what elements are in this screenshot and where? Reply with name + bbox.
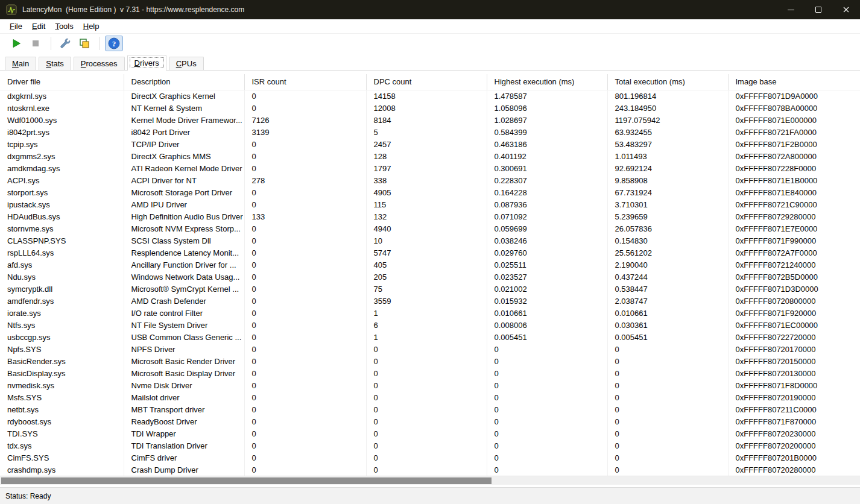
table-row[interactable]: i8042prt.sysi8042 Port Driver313950.5843… [0,126,860,138]
table-row[interactable]: BasicRender.sysMicrosoft Basic Render Dr… [0,355,860,367]
table-row[interactable]: BasicDisplay.sysMicrosoft Basic Display … [0,367,860,379]
cell: 0xFFFFF8071F2B0000 [728,138,860,150]
cell: 0xFFFFF80722720000 [728,331,860,343]
cell: 1197.075942 [607,114,728,126]
table-row[interactable]: storport.sysMicrosoft Storage Port Drive… [0,186,860,198]
cell: Nvme Disk Driver [124,379,244,391]
column-header-total-execution-ms-[interactable]: Total execution (ms) [607,74,728,90]
table-row[interactable]: iorate.sysI/O rate control Filter010.010… [0,307,860,319]
tab-drivers[interactable]: Drivers [127,55,166,71]
table-row[interactable]: Npfs.SYSNPFS Driver00000xFFFFF8072017000… [0,343,860,355]
start-monitor-button[interactable] [7,36,25,51]
cell: 2.190040 [607,259,728,271]
table-row[interactable]: amdfendr.sysAMD Crash Defender035590.015… [0,295,860,307]
menu-item-tools[interactable]: Tools [50,20,78,32]
edit-options-button[interactable] [56,36,74,51]
cell: 0.015932 [487,295,607,307]
table-row[interactable]: Wdf01000.sysKernel Mode Driver Framewor.… [0,114,860,126]
cell: 3139 [244,126,366,138]
table-row[interactable]: crashdmp.sysCrash Dump Driver00000xFFFFF… [0,464,860,476]
cell: BasicDisplay.sys [0,367,124,379]
cell: 0 [244,307,366,319]
cell: amdkmdag.sys [0,162,124,174]
cell: 6 [366,319,487,331]
scrollbar-thumb[interactable] [1,477,492,484]
table-row[interactable]: amdkmdag.sysATI Radeon Kernel Mode Drive… [0,162,860,174]
table-row[interactable]: ipustack.sysAMD IPU Driver01150.0879363.… [0,198,860,210]
cell: Windows Network Data Usag... [124,271,244,283]
table-row[interactable]: Ndu.sysWindows Network Data Usag...02050… [0,271,860,283]
table-row[interactable]: TDI.SYSTDI Wrapper00000xFFFFF80720230000 [0,427,860,439]
table-row[interactable]: CimFS.SYSCimFS driver00000xFFFFF807201B0… [0,452,860,464]
column-header-isr-count[interactable]: ISR count [244,74,366,90]
cell: 8184 [366,114,487,126]
close-button[interactable] [832,0,860,19]
cell: 0.538447 [607,283,728,295]
cell: 0 [244,464,366,476]
tab-main[interactable]: Main [5,57,36,70]
table-row[interactable]: HDAudBus.sysHigh Definition Audio Bus Dr… [0,210,860,222]
table-row[interactable]: tcpip.sysTCP/IP Driver024570.46318653.48… [0,138,860,150]
cell: 0 [244,186,366,198]
cell: 0xFFFFF8071F920000 [728,307,860,319]
cell: 1 [366,331,487,343]
cell: 26.057836 [607,222,728,235]
minimize-button[interactable] [777,0,805,19]
tab-processes[interactable]: Processes [74,57,125,70]
status-bar: Status: Ready [0,487,860,504]
cell: 0 [244,235,366,247]
cell: 0.005451 [487,331,607,343]
cell: 0.300691 [487,162,607,174]
table-row[interactable]: netbt.sysMBT Transport driver00000xFFFFF… [0,403,860,415]
table-row[interactable]: rspLLL64.sysResplendence Latency Monit..… [0,247,860,259]
table-row[interactable]: ACPI.sysACPI Driver for NT2783380.228307… [0,174,860,186]
table-row[interactable]: CLASSPNP.SYSSCSI Class System Dll0100.03… [0,235,860,247]
cell: BasicRender.sys [0,355,124,367]
table-row[interactable]: dxgmms2.sysDirectX Graphics MMS01280.401… [0,150,860,162]
app-icon [6,4,17,15]
cell: 0.021002 [487,283,607,295]
cell: 0xFFFFF80720800000 [728,295,860,307]
table-row[interactable]: Msfs.SYSMailslot driver00000xFFFFF807201… [0,391,860,403]
cell: Microsoft NVM Express Storp... [124,222,244,235]
maximize-button[interactable] [805,0,832,19]
table-row[interactable]: stornvme.sysMicrosoft NVM Express Storp.… [0,222,860,235]
wrench-icon [59,37,71,49]
table-row[interactable]: tdx.sysTDI Translation Driver00000xFFFFF… [0,439,860,452]
table-row[interactable]: Ntfs.sysNT File System Driver060.0080060… [0,319,860,331]
report-view-button[interactable] [75,36,93,51]
cell: 4940 [366,222,487,235]
table-row[interactable]: ntoskrnl.exeNT Kernel & System0120081.05… [0,102,860,114]
table-row[interactable]: afd.sysAncillary Function Driver for ...… [0,259,860,271]
tab-stats[interactable]: Stats [39,57,71,70]
tab-cpus[interactable]: CPUs [169,57,204,70]
column-header-driver-file[interactable]: Driver file [0,74,124,90]
column-header-highest-execution-ms-[interactable]: Highest execution (ms) [487,74,607,90]
cell: 0 [487,379,607,391]
menu-item-help[interactable]: Help [78,20,104,32]
menu-item-file[interactable]: File [5,20,27,32]
table-row[interactable]: symcryptk.dllMicrosoft® SymCrypt Kernel … [0,283,860,295]
table-row[interactable]: usbccgp.sysUSB Common Class Generic ...0… [0,331,860,343]
help-button[interactable]: ? [105,36,123,51]
cell: USB Common Class Generic ... [124,331,244,343]
stop-monitor-button[interactable] [27,36,45,51]
table-row[interactable]: dxgkrnl.sysDirectX Graphics Kernel014158… [0,90,860,102]
cell: 0xFFFFF8071E000000 [728,114,860,126]
toolbar-separator [51,37,51,50]
cell: CimFS driver [124,452,244,464]
cell: 0 [487,403,607,415]
horizontal-scrollbar[interactable] [0,476,860,485]
table-row[interactable]: nvmedisk.sysNvme Disk Driver00000xFFFFF8… [0,379,860,391]
menu-item-edit[interactable]: Edit [27,20,50,32]
column-header-description[interactable]: Description [124,74,244,90]
column-header-dpc-count[interactable]: DPC count [366,74,487,90]
cell: CLASSPNP.SYS [0,235,124,247]
cell: 0 [244,391,366,403]
column-header-image-base[interactable]: Image base [728,74,860,90]
cell: 0 [607,464,728,476]
cell: 0 [244,198,366,210]
cell: 0.087936 [487,198,607,210]
cell: 0 [487,343,607,355]
table-row[interactable]: rdyboost.sysReadyBoost Driver00000xFFFFF… [0,415,860,427]
